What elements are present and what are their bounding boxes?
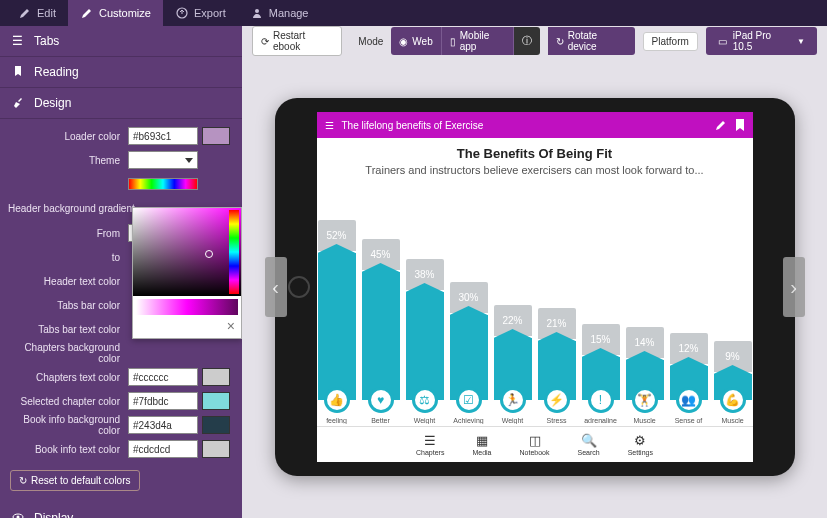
chevron-down-icon bbox=[185, 158, 193, 163]
tab-label: Manage bbox=[269, 7, 309, 19]
tab-customize[interactable]: Customize bbox=[68, 0, 163, 26]
next-page-button[interactable]: › bbox=[783, 257, 805, 317]
rotate-device-button[interactable]: ↻Rotate device bbox=[548, 27, 635, 55]
section-label: Display bbox=[34, 511, 73, 518]
color-picker-sv[interactable] bbox=[133, 208, 241, 296]
theme-select[interactable]: Custom bbox=[128, 151, 198, 169]
bar-fill bbox=[362, 272, 400, 400]
tab-settings[interactable]: ⚙Settings bbox=[628, 433, 653, 456]
selected-chapter-input[interactable] bbox=[128, 392, 198, 410]
list-icon: ☰ bbox=[424, 433, 436, 448]
power-icon: ⟳ bbox=[261, 36, 269, 47]
book-info-bg-input[interactable] bbox=[128, 416, 198, 434]
reset-colors-button[interactable]: ↻Reset to default colors bbox=[10, 470, 140, 491]
label: to bbox=[0, 252, 128, 263]
section-tabs[interactable]: ☰Tabs bbox=[0, 26, 242, 57]
prev-page-button[interactable]: ‹ bbox=[265, 257, 287, 317]
search-icon: 🔍 bbox=[581, 433, 597, 448]
mobile-icon: ▯ bbox=[450, 36, 456, 47]
bookmark-icon[interactable] bbox=[735, 119, 745, 131]
chapters-text-color-input[interactable] bbox=[128, 368, 198, 386]
edit-icon[interactable] bbox=[715, 119, 727, 131]
tab-search[interactable]: 🔍Search bbox=[577, 433, 599, 456]
mode-mobile[interactable]: ▯Mobile app bbox=[442, 27, 514, 55]
loader-color-input[interactable] bbox=[128, 127, 198, 145]
content-area: ⟳Restart ebook Mode ◉Web ▯Mobile app ⓘ ↻… bbox=[242, 26, 827, 518]
section-label: Tabs bbox=[34, 34, 59, 48]
label: Book info text color bbox=[0, 444, 128, 455]
home-button bbox=[288, 276, 310, 298]
bar-category: feeling bbox=[317, 417, 357, 424]
label: Selected chapter color bbox=[0, 396, 128, 407]
label: Tabs bar text color bbox=[0, 324, 128, 335]
app-title: The lifelong benefits of Exercise bbox=[342, 120, 484, 131]
mode-segment: ◉Web ▯Mobile app ⓘ bbox=[391, 27, 539, 55]
eye-icon bbox=[12, 511, 26, 518]
bar-6: 15%!adrenaline bbox=[582, 324, 620, 424]
tab-label: Export bbox=[194, 7, 226, 19]
chart-bars: 52%👍feeling45%♥Better38%⚖Weight30%☑Achie… bbox=[331, 184, 739, 424]
tab-notebook[interactable]: ◫Notebook bbox=[520, 433, 550, 456]
label: From bbox=[0, 228, 128, 239]
top-tab-bar: Edit Customize Export Manage bbox=[0, 0, 827, 26]
bar-icon: ⚡ bbox=[544, 387, 570, 413]
tab-manage[interactable]: Manage bbox=[238, 0, 321, 26]
section-design[interactable]: Design bbox=[0, 88, 242, 119]
theme-hue-strip[interactable] bbox=[128, 178, 198, 190]
section-reading[interactable]: Reading bbox=[0, 57, 242, 88]
bar-category: Better bbox=[361, 417, 401, 424]
hamburger-icon: ☰ bbox=[12, 34, 26, 48]
bar-category: Muscle bbox=[625, 417, 665, 424]
tab-edit[interactable]: Edit bbox=[6, 0, 68, 26]
label: Tabs bar color bbox=[0, 300, 128, 311]
selected-chapter-swatch[interactable] bbox=[202, 392, 230, 410]
chevron-down-icon: ▼ bbox=[797, 37, 805, 46]
info-icon: ⓘ bbox=[522, 34, 532, 48]
bar-category: Muscle bbox=[713, 417, 753, 424]
color-picker-hue[interactable] bbox=[229, 210, 239, 294]
tab-chapters[interactable]: ☰Chapters bbox=[416, 433, 444, 456]
label: Header text color bbox=[0, 276, 128, 287]
refresh-icon: ↻ bbox=[19, 475, 27, 486]
chapters-text-swatch[interactable] bbox=[202, 368, 230, 386]
tab-media[interactable]: ▦Media bbox=[472, 433, 491, 456]
chart-title: The Benefits Of Being Fit bbox=[327, 146, 743, 161]
tab-label: Customize bbox=[99, 7, 151, 19]
section-display[interactable]: Display bbox=[0, 503, 242, 518]
tab-export[interactable]: Export bbox=[163, 0, 238, 26]
label: Chapters background color bbox=[0, 342, 128, 364]
bar-icon: ♥ bbox=[368, 387, 394, 413]
color-picker-close[interactable]: × bbox=[133, 318, 241, 338]
app-tabbar: ☰Chapters ▦Media ◫Notebook 🔍Search ⚙Sett… bbox=[317, 426, 753, 462]
gear-icon: ⚙ bbox=[634, 433, 646, 448]
mode-web[interactable]: ◉Web bbox=[391, 27, 441, 55]
device-select[interactable]: ▭iPad Pro 10.5▼ bbox=[706, 27, 817, 55]
book-info-text-input[interactable] bbox=[128, 440, 198, 458]
globe-icon: ◉ bbox=[399, 36, 408, 47]
bar-icon: ! bbox=[588, 387, 614, 413]
bar-icon: 💪 bbox=[720, 387, 746, 413]
pencil-icon bbox=[80, 6, 94, 20]
tab-label: Edit bbox=[37, 7, 56, 19]
book-info-text-swatch[interactable] bbox=[202, 440, 230, 458]
bar-2: 38%⚖Weight bbox=[406, 259, 444, 424]
color-picker-cursor[interactable] bbox=[205, 250, 213, 258]
loader-color-swatch[interactable] bbox=[202, 127, 230, 145]
notebook-icon: ◫ bbox=[529, 433, 541, 448]
bar-category: Achieving bbox=[449, 417, 489, 424]
ipad-frame: ‹ › ☰ The lifelong benefits of Exercise … bbox=[275, 98, 795, 476]
color-picker-popup[interactable]: × bbox=[132, 207, 242, 339]
book-info-bg-swatch[interactable] bbox=[202, 416, 230, 434]
mode-info[interactable]: ⓘ bbox=[514, 27, 540, 55]
preview-toolbar: ⟳Restart ebook Mode ◉Web ▯Mobile app ⓘ ↻… bbox=[242, 26, 827, 56]
color-picker-strip[interactable] bbox=[136, 299, 238, 315]
user-icon bbox=[250, 6, 264, 20]
tablet-icon: ▭ bbox=[718, 36, 727, 47]
bar-category: Sense of bbox=[669, 417, 709, 424]
bar-8: 12%👥Sense of bbox=[670, 333, 708, 424]
bar-4: 22%🏃Weight bbox=[494, 305, 532, 424]
hamburger-icon[interactable]: ☰ bbox=[325, 120, 334, 131]
restart-ebook-button[interactable]: ⟳Restart ebook bbox=[252, 26, 342, 56]
device-screen: ☰ The lifelong benefits of Exercise The … bbox=[317, 112, 753, 462]
section-label: Reading bbox=[34, 65, 79, 79]
